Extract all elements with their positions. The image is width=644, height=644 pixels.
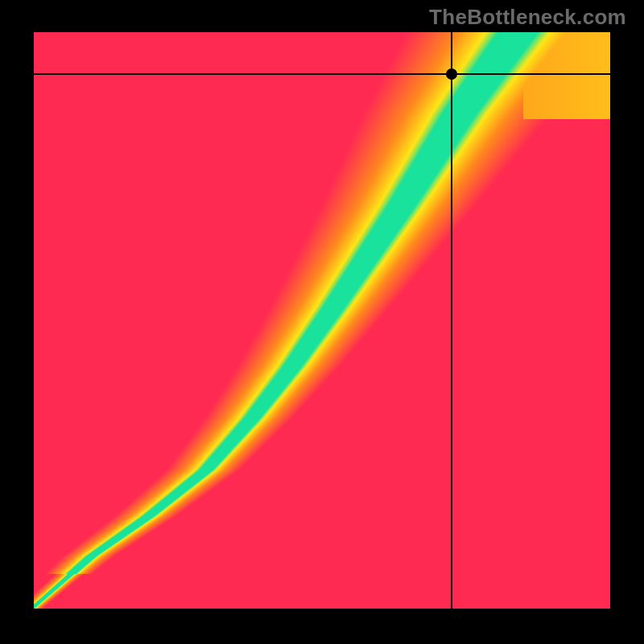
heatmap-canvas xyxy=(34,32,610,609)
watermark-text: TheBottleneck.com xyxy=(429,5,626,30)
stage: TheBottleneck.com xyxy=(0,0,644,644)
marker-dot xyxy=(446,68,457,80)
crosshair-vertical xyxy=(451,32,452,609)
crosshair-horizontal xyxy=(34,73,610,75)
heatmap-plot xyxy=(34,32,610,609)
